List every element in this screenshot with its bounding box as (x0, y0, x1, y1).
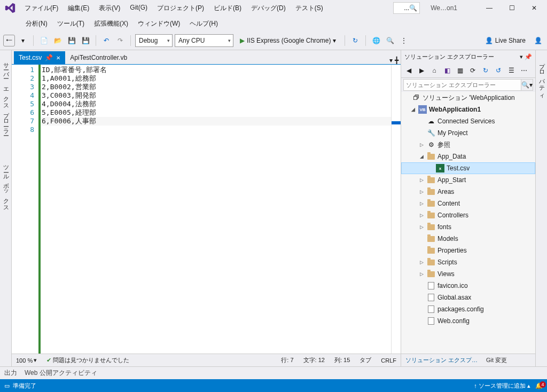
menu-debug[interactable]: デバッグ(D) (247, 2, 290, 15)
main-area: サーバー エクスプローラー ツールボックス Test.csv 📌 ✕ ApiTe… (0, 50, 547, 366)
code-line: 3,C0003,開発部 (42, 91, 391, 100)
output-tab[interactable]: 出力 (4, 369, 17, 378)
zoom-dropdown[interactable]: 100 % ▾ (16, 357, 37, 364)
menu-help[interactable]: ヘルプ(H) (185, 17, 222, 30)
browser-link-button[interactable]: 🌐 (370, 35, 382, 46)
web-publish-tab[interactable]: Web 公開アクティビティ (25, 369, 97, 378)
new-item-button[interactable]: 📄 (38, 35, 50, 46)
home-button[interactable]: ⌂ (429, 65, 440, 76)
tab-add-button[interactable]: ╋ (395, 57, 398, 64)
models-node[interactable]: Models (401, 233, 535, 245)
indent-mode[interactable]: タブ (360, 356, 371, 364)
search-icon[interactable]: 🔍▾ (521, 79, 533, 91)
areas-node[interactable]: ▷Areas (401, 186, 535, 198)
scripts-node[interactable]: ▷Scripts (401, 256, 535, 268)
open-button[interactable]: 📂 (52, 35, 64, 46)
nav-back-button[interactable]: ⭠ (3, 35, 15, 46)
close-button[interactable]: ✕ (523, 2, 545, 14)
menu-view[interactable]: 表示(V) (95, 2, 124, 15)
controllers-node[interactable]: ▷Controllers (401, 209, 535, 221)
server-explorer-tab[interactable]: サーバー エクスプローラー (0, 56, 11, 137)
project-node[interactable]: ◢VBWebApplication1 (401, 104, 535, 115)
references-node[interactable]: ▷⚙参照 (401, 139, 535, 151)
refresh-button[interactable]: ↻ (349, 35, 361, 46)
appstart-node[interactable]: ▷App_Start (401, 174, 535, 186)
menu-file[interactable]: ファイル(F) (20, 2, 62, 15)
menu-tools[interactable]: ツール(T) (53, 17, 89, 30)
menu-analyze[interactable]: 分析(N) (21, 17, 52, 30)
refresh-button[interactable]: ↻ (480, 65, 491, 76)
folder-icon (427, 152, 435, 161)
code-editor[interactable]: 12345678 ID,部署番号,部署名 1,A0001,総務部 2,B0002… (12, 64, 401, 354)
menu-test[interactable]: テスト(S) (291, 2, 327, 15)
menu-extensions[interactable]: 拡張機能(X) (90, 17, 132, 30)
properties-tab[interactable]: プロパティ (536, 56, 547, 101)
maximize-button[interactable]: ☐ (501, 2, 522, 14)
favicon-node[interactable]: favicon.ico (401, 280, 535, 292)
nav-forward-button[interactable]: ▾ (17, 35, 29, 46)
git-changes-tab[interactable]: Git 変更 (482, 356, 511, 364)
webconfig-node[interactable]: Web.config (401, 315, 535, 327)
test-csv-node[interactable]: xTest.csv (401, 162, 535, 174)
eol-mode[interactable]: CRLF (381, 357, 396, 364)
menu-git[interactable]: Git(G) (126, 2, 152, 15)
tab-apitestcontroller[interactable]: ApiTestController.vb (65, 51, 132, 64)
visual-studio-logo-icon (4, 2, 16, 14)
tab-label: ApiTestController.vb (70, 54, 127, 61)
show-all-button[interactable]: ▦ (455, 65, 465, 76)
run-button[interactable]: ▶IIS Express (Google Chrome) ▾ (236, 37, 340, 44)
issues-status[interactable]: ✔ 問題は見つかりませんでした (46, 356, 129, 364)
properties-button[interactable]: ☰ (506, 65, 517, 76)
content-node[interactable]: ▷Content (401, 198, 535, 209)
save-button[interactable]: 💾 (66, 35, 77, 46)
menu-edit[interactable]: 編集(E) (64, 2, 93, 15)
more-button[interactable]: ⋯ (519, 65, 529, 76)
pin-icon[interactable]: 📌 (45, 54, 53, 61)
find-in-files-button[interactable]: 🔍 (384, 35, 396, 46)
solution-node[interactable]: 🗇ソリューション 'WebApplication (401, 92, 535, 104)
references-icon: ⚙ (427, 140, 435, 149)
collapse-button[interactable]: ⟳ (467, 65, 478, 76)
connected-services-node[interactable]: ☁Connected Services (401, 115, 535, 127)
redo-button[interactable]: ↷ (114, 35, 126, 46)
solution-search: 🔍▾ (401, 78, 535, 92)
build-config-dropdown[interactable]: Debug (135, 34, 173, 47)
menu-project[interactable]: プロジェクト(P) (153, 2, 208, 15)
back-button[interactable]: ◀ (403, 65, 414, 76)
packages-config-node[interactable]: packages.config (401, 303, 535, 315)
appdata-node[interactable]: ◢App_Data (401, 151, 535, 162)
global-asax-node[interactable]: Global.asax (401, 292, 535, 303)
toolbar-overflow-button[interactable]: ⋮ (398, 35, 410, 46)
save-all-button[interactable]: 💾 (80, 35, 91, 46)
tab-test-csv[interactable]: Test.csv 📌 ✕ (14, 51, 65, 64)
menu-window[interactable]: ウィンドウ(W) (134, 17, 184, 30)
document-tabs: Test.csv 📌 ✕ ApiTestController.vb ▾ ╋ (12, 50, 401, 64)
solution-explorer-tab[interactable]: ソリューション エクスプ… (401, 356, 482, 364)
tab-dropdown-button[interactable]: ▾ (389, 57, 393, 64)
tasks-icon[interactable]: ▭ (4, 382, 10, 389)
toolbox-tab[interactable]: ツールボックス (0, 158, 11, 213)
code-content[interactable]: ID,部署番号,部署名 1,A0001,総務部 2,B0002,営業部 3,C0… (38, 65, 391, 354)
panel-dropdown-icon[interactable]: ▾ (520, 53, 523, 60)
liveshare-button[interactable]: 👤Live Share (481, 37, 530, 44)
forward-button[interactable]: ▶ (416, 65, 427, 76)
solution-tree: 🗇ソリューション 'WebApplication ◢VBWebApplicati… (401, 92, 535, 354)
sync-button[interactable]: ◧ (442, 65, 452, 76)
pin-icon[interactable]: 📌 (525, 53, 532, 60)
my-project-node[interactable]: 🔧My Project (401, 127, 535, 139)
tab-close-icon[interactable]: ✕ (56, 55, 60, 61)
views-node[interactable]: ▷Views (401, 268, 535, 280)
undo-button[interactable]: ↶ (100, 35, 112, 46)
editor-scrollbar[interactable] (391, 65, 401, 354)
minimize-button[interactable]: — (479, 2, 500, 14)
quick-search-box[interactable]: ... 🔍 (393, 2, 420, 14)
notifications-button[interactable]: 🔔4 (535, 382, 543, 389)
preview-button[interactable]: ↺ (493, 65, 504, 76)
platform-dropdown[interactable]: Any CPU (175, 34, 233, 47)
fonts-node[interactable]: ▷fonts (401, 221, 535, 233)
account-button[interactable]: 👤 (532, 35, 544, 46)
source-control-button[interactable]: ↑ ソース管理に追加 ▴ (474, 382, 530, 390)
properties-node[interactable]: Properties (401, 245, 535, 256)
solution-search-input[interactable] (403, 79, 521, 91)
menu-build[interactable]: ビルド(B) (209, 2, 246, 15)
